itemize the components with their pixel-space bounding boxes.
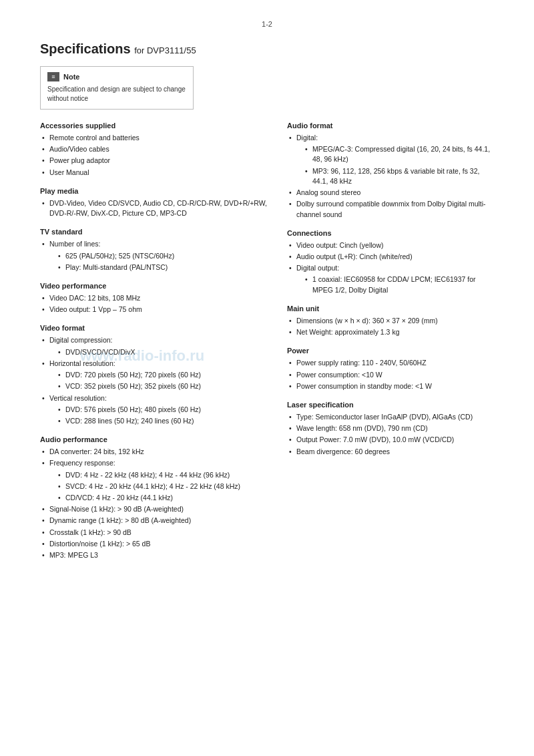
note-header: Note — [47, 72, 186, 81]
list-item: Analog sound stereo — [287, 188, 494, 198]
section-title: Laser specification — [287, 401, 494, 409]
spec-sublist: DVD: 576 pixels (50 Hz); 480 pixels (60 … — [49, 405, 267, 426]
spec-section: Main unitDimensions (w × h × d): 360 × 3… — [287, 305, 494, 337]
list-item: SVCD: 4 Hz - 20 kHz (44.1 kHz); 4 Hz - 2… — [49, 482, 267, 492]
spec-section: Video performanceVideo DAC: 12 bits, 108… — [40, 282, 267, 315]
spec-section: PowerPower supply rating: 110 - 240V, 50… — [287, 347, 494, 391]
spec-list: Digital:MPEG/AC-3: Compressed digital (1… — [287, 133, 494, 220]
list-item: Horizontal resolution:DVD: 720 pixels (5… — [40, 359, 267, 392]
section-title: TV standard — [40, 228, 267, 236]
list-item: Dolby surround compatible downmix from D… — [287, 199, 494, 219]
list-item: Signal-Noise (1 kHz): > 90 dB (A-weighte… — [40, 504, 267, 514]
spec-section: Laser specificationType: Semiconductor l… — [287, 401, 494, 457]
list-item: Type: Semiconductor laser InGaAlP (DVD),… — [287, 412, 494, 422]
list-item: Dynamic range (1 kHz): > 80 dB (A-weight… — [40, 516, 267, 526]
spec-section: Audio formatDigital:MPEG/AC-3: Compresse… — [287, 122, 494, 220]
spec-section: Play mediaDVD-Video, Video CD/SVCD, Audi… — [40, 187, 267, 218]
note-icon — [47, 72, 59, 81]
section-title: Audio performance — [40, 435, 267, 443]
list-item: Beam divergence: 60 degrees — [287, 447, 494, 457]
list-item: DVD-Video, Video CD/SVCD, Audio CD, CD-R… — [40, 198, 267, 218]
list-item: DVD/SVCD/VCD/DivX — [49, 347, 267, 357]
spec-section: Audio performanceDA converter: 24 bits, … — [40, 435, 267, 560]
page-number: 1-2 — [0, 0, 534, 28]
list-item: MPEG/AC-3: Compressed digital (16, 20, 2… — [296, 144, 494, 164]
list-item: 625 (PAL/50Hz); 525 (NTSC/60Hz) — [49, 251, 267, 261]
list-item: User Manual — [40, 168, 267, 178]
spec-list: Digital compression:DVD/SVCD/VCD/DivXHor… — [40, 335, 267, 426]
spec-list: DVD-Video, Video CD/SVCD, Audio CD, CD-R… — [40, 198, 267, 218]
list-item: Remote control and batteries — [40, 133, 267, 143]
list-item: Digital compression:DVD/SVCD/VCD/DivX — [40, 335, 267, 357]
page-title: Specifications for DVP3111/55 — [40, 41, 494, 57]
list-item: CD/VCD: 4 Hz - 20 kHz (44.1 kHz) — [49, 493, 267, 503]
section-title: Video format — [40, 324, 267, 332]
list-item: Frequency response:DVD: 4 Hz - 22 kHz (4… — [40, 458, 267, 503]
section-title: Main unit — [287, 305, 494, 313]
list-item: Output Power: 7.0 mW (DVD), 10.0 mW (VCD… — [287, 435, 494, 445]
list-item: DVD: 576 pixels (50 Hz); 480 pixels (60 … — [49, 405, 267, 415]
list-item: Play: Multi-standard (PAL/NTSC) — [49, 262, 267, 272]
list-item: Dimensions (w × h × d): 360 × 37 × 209 (… — [287, 316, 494, 326]
list-item: Wave length: 658 nm (DVD), 790 nm (CD) — [287, 423, 494, 433]
spec-section: ConnectionsVideo output: Cinch (yellow)A… — [287, 229, 494, 295]
spec-sublist: DVD: 4 Hz - 22 kHz (48 kHz); 4 Hz - 44 k… — [49, 470, 267, 504]
list-item: Video DAC: 12 bits, 108 MHz — [40, 293, 267, 303]
list-item: Video output: Cinch (yellow) — [287, 240, 494, 250]
section-title: Play media — [40, 187, 267, 195]
list-item: Video output: 1 Vpp – 75 ohm — [40, 305, 267, 315]
list-item: Power consumption in standby mode: <1 W — [287, 381, 494, 391]
note-box: Note Specification and design are subjec… — [40, 66, 194, 110]
spec-list: Type: Semiconductor laser InGaAlP (DVD),… — [287, 412, 494, 457]
spec-sublist: 625 (PAL/50Hz); 525 (NTSC/60Hz)Play: Mul… — [49, 251, 267, 272]
note-text: Specification and design are subject to … — [47, 85, 186, 104]
list-item: Audio/Video cables — [40, 144, 267, 154]
section-title: Accessories supplied — [40, 122, 267, 130]
list-item: Crosstalk (1 kHz): > 90 dB — [40, 528, 267, 538]
spec-sublist: MPEG/AC-3: Compressed digital (16, 20, 2… — [296, 144, 494, 186]
list-item: Number of lines:625 (PAL/50Hz); 525 (NTS… — [40, 239, 267, 272]
list-item: Net Weight: approximately 1.3 kg — [287, 327, 494, 337]
spec-sublist: DVD: 720 pixels (50 Hz); 720 pixels (60 … — [49, 370, 267, 391]
left-column: Accessories suppliedRemote control and b… — [40, 122, 267, 570]
spec-section: Accessories suppliedRemote control and b… — [40, 122, 267, 178]
section-title: Connections — [287, 229, 494, 237]
list-item: MP3: 96, 112, 128, 256 kbps & variable b… — [296, 166, 494, 186]
spec-list: DA converter: 24 bits, 192 kHzFrequency … — [40, 447, 267, 560]
spec-section: Video formatDigital compression:DVD/SVCD… — [40, 324, 267, 426]
list-item: Power consumption: <10 W — [287, 370, 494, 380]
list-item: 1 coaxial: IEC60958 for CDDA/ LPCM; IEC6… — [296, 274, 494, 295]
list-item: DA converter: 24 bits, 192 kHz — [40, 447, 267, 457]
list-item: Power plug adaptor — [40, 156, 267, 166]
list-item: Digital output:1 coaxial: IEC60958 for C… — [287, 263, 494, 295]
spec-list: Remote control and batteriesAudio/Video … — [40, 133, 267, 178]
spec-list: Video DAC: 12 bits, 108 MHzVideo output:… — [40, 293, 267, 315]
section-title: Power — [287, 347, 494, 355]
spec-section: TV standardNumber of lines:625 (PAL/50Hz… — [40, 228, 267, 272]
list-item: Digital:MPEG/AC-3: Compressed digital (1… — [287, 133, 494, 186]
list-item: Power supply rating: 110 - 240V, 50/60HZ — [287, 358, 494, 368]
spec-list: Power supply rating: 110 - 240V, 50/60HZ… — [287, 358, 494, 391]
list-item: Distortion/noise (1 kHz): > 65 dB — [40, 539, 267, 549]
spec-sublist: DVD/SVCD/VCD/DivX — [49, 347, 267, 357]
section-title: Video performance — [40, 282, 267, 290]
list-item: VCD: 352 pixels (50 Hz); 352 pixels (60 … — [49, 381, 267, 391]
section-title: Audio format — [287, 122, 494, 130]
spec-list: Video output: Cinch (yellow)Audio output… — [287, 240, 494, 295]
list-item: DVD: 4 Hz - 22 kHz (48 kHz); 4 Hz - 44 k… — [49, 470, 267, 480]
list-item: Vertical resolution:DVD: 576 pixels (50 … — [40, 393, 267, 427]
right-column: Audio formatDigital:MPEG/AC-3: Compresse… — [287, 122, 494, 570]
list-item: DVD: 720 pixels (50 Hz); 720 pixels (60 … — [49, 370, 267, 380]
spec-sublist: 1 coaxial: IEC60958 for CDDA/ LPCM; IEC6… — [296, 274, 494, 295]
spec-list: Dimensions (w × h × d): 360 × 37 × 209 (… — [287, 316, 494, 337]
list-item: MP3: MPEG L3 — [40, 550, 267, 560]
spec-list: Number of lines:625 (PAL/50Hz); 525 (NTS… — [40, 239, 267, 272]
list-item: VCD: 288 lines (50 Hz); 240 lines (60 Hz… — [49, 416, 267, 426]
list-item: Audio output (L+R): Cinch (white/red) — [287, 252, 494, 262]
